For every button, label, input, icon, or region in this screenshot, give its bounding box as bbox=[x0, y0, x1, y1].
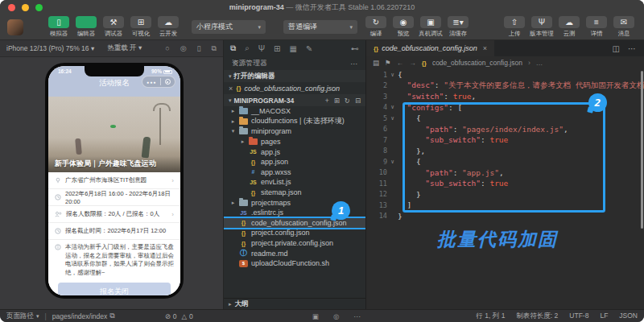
toolbar-button-编译[interactable]: ↻编译 bbox=[362, 16, 390, 38]
toolbar-button-云测[interactable]: ☁云测 bbox=[555, 16, 583, 38]
plugin-icon[interactable]: ⊷ bbox=[351, 44, 359, 53]
close-tab-icon[interactable]: × bbox=[483, 44, 487, 52]
tree-item-cloudfunctions-[interactable]: ▸cloudfunctions | (未选择环境) bbox=[224, 117, 365, 127]
problems-indicator[interactable]: ⊘0 △0 bbox=[165, 312, 193, 320]
new-file-icon[interactable]: + bbox=[325, 97, 329, 105]
code-line-9[interactable]: 9∨ { bbox=[366, 156, 644, 167]
more-actions-icon[interactable]: ⋯ bbox=[628, 44, 636, 53]
toolbar-button-消息[interactable]: ✉消息 bbox=[610, 16, 638, 38]
nav-back-icon[interactable]: ← bbox=[397, 59, 404, 67]
outline-section[interactable]: ▸ 大纲 bbox=[224, 298, 365, 309]
git-branch-icon[interactable]: Ψ bbox=[258, 44, 265, 53]
open-editors-section[interactable]: ▾ 打开的编辑器 bbox=[224, 70, 365, 82]
tree-item-__MACOSX[interactable]: ▸__MACOSX bbox=[224, 106, 365, 117]
code-line-7[interactable]: 7 "sub_switch": true bbox=[366, 134, 644, 146]
compass-icon[interactable]: ○ bbox=[165, 44, 169, 52]
theme-brush-icon[interactable]: ✎ bbox=[306, 44, 312, 53]
project-section-header[interactable]: ▾ MINIPROGRAM-34 + ⊞ ↻ ⊟ bbox=[224, 94, 365, 106]
record-icon[interactable]: ◎ bbox=[180, 44, 187, 52]
more-dots-icon: ●●● bbox=[147, 80, 156, 85]
toolbar-button-上传[interactable]: ⇧上传 bbox=[501, 16, 528, 38]
tree-item-code_obfuscation_config.json[interactable]: {}code_obfuscation_config.json bbox=[224, 218, 365, 229]
tree-item-app.json[interactable]: {}app.json bbox=[224, 157, 365, 167]
device-preview-icon[interactable]: ▣ bbox=[312, 312, 319, 320]
json-file-icon: {} bbox=[239, 220, 248, 225]
extensions-icon[interactable]: ⊞ bbox=[274, 44, 280, 53]
files-icon[interactable]: ⧉ bbox=[230, 43, 236, 53]
page-path-select[interactable]: 页面路径▾ | pages/index/index ⧉ bbox=[6, 312, 115, 321]
language-mode[interactable]: JSON bbox=[619, 312, 638, 321]
record-icon[interactable]: ◎ bbox=[333, 312, 339, 320]
tree-item-readme.md[interactable]: ⓘreadme.md bbox=[224, 248, 365, 258]
code-line-13[interactable]: 13 ] bbox=[366, 200, 644, 211]
home-capsule-icon bbox=[165, 79, 171, 85]
open-editor-item[interactable]: × {} code_obfuscation_config.json bbox=[224, 82, 365, 94]
nav-forward-icon[interactable]: → bbox=[409, 59, 416, 67]
tree-item-envList.js[interactable]: JSenvList.js bbox=[224, 177, 365, 188]
refresh-icon[interactable]: ↻ bbox=[345, 97, 350, 105]
tab-code-obfuscation-config[interactable]: {} code_obfuscation_config.json × bbox=[366, 40, 494, 56]
toolbar-button-版本管理[interactable]: Ψ版本管理 bbox=[528, 16, 555, 38]
code-line-11[interactable]: 11 "sub_switch": true bbox=[366, 178, 644, 189]
scrollbar[interactable] bbox=[641, 71, 643, 229]
copy-icon[interactable]: ⧉ bbox=[109, 312, 114, 320]
window-title: miniprogram-34 — 微信开发者工具 Stable 1.06.220… bbox=[0, 2, 644, 13]
toolbar-button-模拟器[interactable]: ▯模拟器 bbox=[45, 16, 72, 38]
toolbar-button-云开发[interactable]: ☁云开发 bbox=[155, 16, 182, 38]
fold-icon: ∨ bbox=[387, 115, 398, 122]
tree-item-pages[interactable]: ▸pages bbox=[224, 137, 365, 147]
remote-debug-icon: ▣ bbox=[427, 19, 434, 27]
tree-item-app.js[interactable]: JSapp.js bbox=[224, 147, 365, 157]
bookmark-icon[interactable]: ⚑ bbox=[385, 59, 391, 67]
toolbar-button-调试器[interactable]: ⚒调试器 bbox=[100, 16, 127, 38]
more-actions-icon[interactable]: ⋯ bbox=[350, 60, 357, 68]
phone-notch bbox=[85, 66, 144, 76]
encoding[interactable]: UTF-8 bbox=[569, 312, 588, 321]
tree-item-miniprogram[interactable]: ▾miniprogram bbox=[224, 126, 365, 137]
collapse-all-icon[interactable]: ⊟ bbox=[355, 97, 361, 105]
toolbar-button-详情[interactable]: ≡详情 bbox=[583, 16, 610, 38]
code-line-12[interactable]: 12 } bbox=[366, 189, 644, 200]
new-folder-icon[interactable]: ⊞ bbox=[334, 97, 340, 105]
mode-select[interactable]: 小程序模式▾ bbox=[192, 20, 266, 34]
toolbar-button-预览[interactable]: ◉预览 bbox=[390, 16, 417, 38]
code-line-2[interactable]: 2 "desc": "关于本文件的更多信息，请参考文档 代码加固开发者文档", bbox=[366, 80, 644, 92]
hot-reload-toggle[interactable]: 热重载 开 ▾ bbox=[107, 43, 142, 53]
search-icon[interactable]: ⌕ bbox=[245, 43, 250, 53]
tree-item-project.private.config.json[interactable]: {}project.private.config.json bbox=[224, 238, 365, 249]
code-line-6[interactable]: 6 "path": "pages/index/index.js", bbox=[366, 124, 644, 135]
capsule-menu[interactable]: ●●● bbox=[142, 76, 175, 88]
rotate-device-icon[interactable]: ▯ bbox=[197, 44, 201, 52]
close-icon[interactable]: × bbox=[229, 85, 233, 93]
code-line-1[interactable]: 1∨{ bbox=[366, 69, 644, 80]
user-avatar[interactable] bbox=[7, 19, 23, 35]
multi-window-icon[interactable]: ⧉ bbox=[212, 44, 217, 53]
code-line-14[interactable]: 14} bbox=[366, 211, 644, 222]
chevron-right-icon: › bbox=[171, 211, 174, 218]
list-item-quota[interactable]: 报名人数限额：20人 / 已报名：0人› bbox=[48, 206, 180, 223]
tree-item-sitemap.json[interactable]: {}sitemap.json bbox=[224, 188, 365, 198]
tree-item-app.wxss[interactable]: #app.wxss bbox=[224, 167, 365, 178]
toolbar-button-编辑器[interactable]: 编辑器 bbox=[72, 16, 100, 38]
signup-closed-button[interactable]: 报名关闭 bbox=[58, 283, 171, 295]
menu-icon[interactable]: ▤ bbox=[373, 59, 379, 67]
cursor-position[interactable]: 行 1, 列 1 bbox=[476, 312, 505, 321]
tree-item-uploadCloudFunction.sh[interactable]: $uploadCloudFunction.sh bbox=[224, 258, 365, 269]
code-line-5[interactable]: 5∨ { bbox=[366, 113, 644, 124]
code-line-8[interactable]: 8 }, bbox=[366, 146, 644, 157]
toolbar-button-可视化[interactable]: ⊞可视化 bbox=[127, 16, 155, 38]
more-icon[interactable]: ⋯ bbox=[353, 312, 361, 320]
toolbar-button-清缓存[interactable]: ≣▾清缓存 bbox=[444, 16, 472, 38]
tab-size[interactable]: 制表符长度: 2 bbox=[516, 312, 558, 321]
toolbar-button-真机调试[interactable]: ▣真机调试 bbox=[417, 16, 444, 38]
eol[interactable]: LF bbox=[600, 312, 608, 321]
list-item-location[interactable]: 广东省广州市海珠区TIT创意园› bbox=[48, 172, 180, 189]
code-line-10[interactable]: 10 "path": "app.js", bbox=[366, 167, 644, 179]
assets-icon[interactable]: ▦ bbox=[290, 44, 297, 53]
device-select[interactable]: iPhone 12/13 (Pro) 75% 16 ▾ bbox=[6, 44, 94, 52]
tree-item-project.config.json[interactable]: {}project.config.json bbox=[224, 228, 365, 238]
split-editor-icon[interactable]: ◫ bbox=[613, 44, 620, 53]
code-area[interactable]: 1∨{2 "desc": "关于本文件的更多信息，请参考文档 代码加固开发者文档… bbox=[366, 69, 644, 309]
chevron-right-icon: ▸ bbox=[229, 301, 232, 308]
compile-mode-select[interactable]: 普通编译▾ bbox=[283, 20, 357, 34]
